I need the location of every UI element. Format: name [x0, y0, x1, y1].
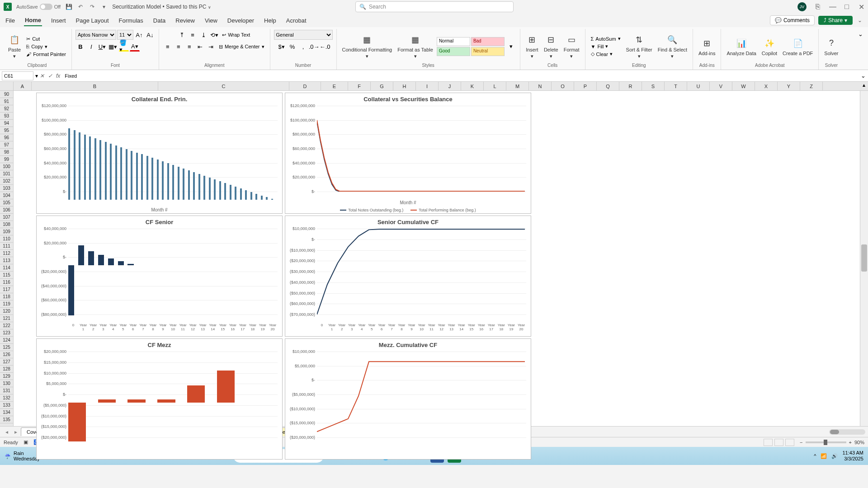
autosave-toggle[interactable]: AutoSave Off [16, 4, 61, 10]
row-header[interactable]: 113 [0, 257, 13, 264]
comments-button[interactable]: 💬 Comments [770, 15, 815, 25]
row-header[interactable]: 123 [0, 329, 13, 337]
delete-cells-button[interactable]: ⊟Delete▾ [542, 33, 560, 60]
row-header[interactable]: 114 [0, 264, 13, 272]
font-size-select[interactable]: 11 [117, 30, 133, 40]
cancel-formula-icon[interactable]: ✕ [38, 73, 46, 79]
row-header[interactable]: 104 [0, 192, 13, 199]
row-header[interactable]: 130 [0, 380, 13, 387]
chart-mezz-cum-cf[interactable]: Mezz. Cumulative CF ($20,000,000)($15,00… [285, 338, 531, 460]
chart-cf-mezz[interactable]: CF Mezz ($20,000,000)($15,000,000)($10,0… [36, 338, 283, 460]
column-header[interactable]: X [755, 82, 778, 90]
chart-collateral-end-prin[interactable]: Collateral End. Prin. $-$20,000,000$40,0… [36, 93, 283, 214]
minimize-button[interactable]: — [829, 3, 835, 11]
number-format-select[interactable]: General [274, 30, 333, 40]
column-header[interactable]: Z [800, 82, 823, 90]
column-header[interactable]: K [461, 82, 484, 90]
column-header[interactable]: S [642, 82, 665, 90]
zoom-out-button[interactable]: − [800, 440, 802, 445]
styles-more-icon[interactable]: ▾ [506, 42, 516, 52]
align-top-icon[interactable]: ⤒ [177, 30, 187, 40]
last-column-icon[interactable]: ▴ [860, 82, 868, 90]
tab-review[interactable]: Review [175, 15, 196, 26]
tab-file[interactable]: File [5, 15, 16, 26]
vertical-scrollbar[interactable] [860, 91, 868, 426]
solver-button[interactable]: ?Solver [822, 36, 840, 57]
macro-record-icon[interactable]: ▣ [24, 439, 28, 445]
copy-button[interactable]: ⎘Copy▾ [24, 43, 68, 50]
tab-nav-prev-icon[interactable]: ◂ [3, 429, 11, 435]
format-painter-button[interactable]: 🖌Format Painter [24, 51, 68, 57]
formula-input[interactable]: Fixed [62, 73, 858, 79]
fx-icon[interactable]: fx [54, 73, 62, 79]
worksheet[interactable]: Collateral End. Prin. $-$20,000,000$40,0… [14, 91, 860, 426]
expand-formula-bar-icon[interactable]: ⌄ [858, 71, 868, 81]
align-left-icon[interactable]: ≡ [163, 42, 173, 52]
row-header[interactable]: 133 [0, 402, 13, 409]
chart-senior-cum-cf[interactable]: Senior Cumulative CF ($70,000,000)($60,0… [285, 216, 531, 337]
font-name-select[interactable]: Aptos Narrow [75, 30, 116, 40]
merge-center-button[interactable]: ⊟Merge & Center▾ [217, 42, 266, 52]
tab-insert[interactable]: Insert [50, 15, 67, 26]
toggle-icon[interactable] [40, 4, 52, 10]
clear-button[interactable]: ◇Clear▾ [589, 51, 623, 57]
column-header[interactable]: Y [778, 82, 800, 90]
chart-collateral-vs-securities[interactable]: Collateral vs Securities Balance $-$20,0… [285, 93, 531, 214]
column-header[interactable]: B [32, 82, 158, 90]
sort-filter-button[interactable]: ⇅Sort & Filter▾ [624, 33, 654, 60]
zoom-level[interactable]: 90% [854, 440, 864, 445]
row-header[interactable]: 100 [0, 163, 13, 170]
tab-data[interactable]: Data [152, 15, 166, 26]
row-header[interactable]: 135 [0, 416, 13, 423]
row-header[interactable]: 126 [0, 351, 13, 358]
fill-button[interactable]: ▼Fill▾ [589, 43, 623, 50]
comma-icon[interactable]: , [298, 42, 308, 52]
slider-thumb[interactable] [824, 440, 827, 445]
row-header[interactable]: 134 [0, 409, 13, 416]
cell-styles-gallery[interactable]: Normal Bad Good Neutral [437, 37, 505, 56]
close-button[interactable]: ✕ [858, 3, 864, 11]
row-header[interactable]: 125 [0, 344, 13, 351]
tab-help[interactable]: Help [263, 15, 277, 26]
tab-view[interactable]: View [204, 15, 218, 26]
align-right-icon[interactable]: ≡ [184, 42, 194, 52]
row-header[interactable]: 97 [0, 141, 13, 149]
format-as-table-button[interactable]: ▦Format as Table▾ [396, 33, 435, 60]
search-box[interactable]: 🔍 Search [355, 1, 514, 12]
tab-formulas[interactable]: Formulas [118, 15, 144, 26]
align-center-icon[interactable]: ≡ [174, 42, 184, 52]
column-header[interactable]: E [321, 82, 348, 90]
column-header[interactable]: U [687, 82, 710, 90]
undo-icon[interactable]: ↶ [77, 3, 84, 10]
increase-font-icon[interactable]: A↑ [134, 30, 144, 40]
row-header[interactable]: 120 [0, 308, 13, 315]
percent-icon[interactable]: % [288, 42, 297, 52]
addins-button[interactable]: ⊞Add-ins [697, 36, 717, 57]
row-header[interactable]: 96 [0, 134, 13, 141]
wrap-text-button[interactable]: ↩Wrap Text [220, 30, 252, 40]
tab-developer[interactable]: Developer [226, 15, 255, 26]
save-icon[interactable]: 💾 [65, 3, 72, 10]
row-header[interactable]: 105 [0, 199, 13, 206]
scroll-thumb[interactable] [861, 244, 867, 272]
conditional-formatting-button[interactable]: ▦Conditional Formatting▾ [340, 33, 394, 60]
border-button[interactable]: ▦▾ [108, 42, 118, 52]
volume-icon[interactable]: 🔊 [831, 453, 838, 459]
format-cells-button[interactable]: ▭Format▾ [562, 33, 581, 60]
tab-acrobat[interactable]: Acrobat [285, 15, 307, 26]
row-header[interactable]: 110 [0, 235, 13, 243]
page-break-view-button[interactable] [785, 439, 794, 446]
enter-formula-icon[interactable]: ✓ [46, 73, 54, 79]
align-bottom-icon[interactable]: ⤓ [198, 30, 208, 40]
row-header[interactable]: 98 [0, 149, 13, 156]
row-header[interactable]: 119 [0, 300, 13, 308]
style-normal[interactable]: Normal [437, 37, 470, 46]
style-good[interactable]: Good [437, 47, 470, 56]
row-header[interactable]: 95 [0, 127, 13, 134]
redo-icon[interactable]: ↷ [89, 3, 96, 10]
column-header[interactable]: W [732, 82, 755, 90]
page-layout-view-button[interactable] [774, 439, 783, 446]
style-bad[interactable]: Bad [471, 37, 505, 46]
accounting-icon[interactable]: $▾ [277, 42, 287, 52]
row-header[interactable]: 103 [0, 185, 13, 192]
